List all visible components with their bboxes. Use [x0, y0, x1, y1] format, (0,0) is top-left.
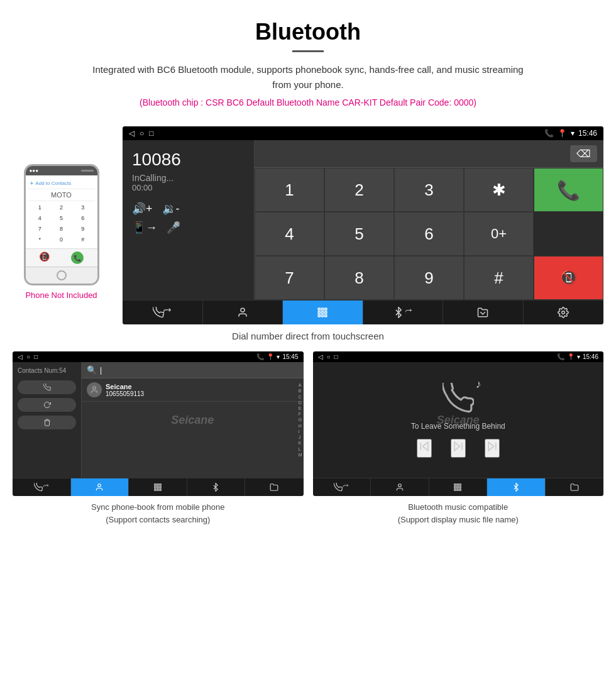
nav-btn-bluetooth[interactable] — [363, 301, 444, 324]
car-ctrl-row-2: 📱→ 🎤 — [132, 221, 245, 234]
music-note-icon: ♪ — [476, 378, 481, 391]
nav-btn-phone[interactable] — [123, 301, 203, 324]
music-next-button[interactable] — [485, 439, 500, 458]
contacts-nav-keypad[interactable] — [129, 478, 187, 496]
car-incalling-label: InCalling... — [132, 173, 245, 183]
contacts-call-button[interactable] — [18, 380, 76, 394]
keypad-key-0plus[interactable]: 0+ — [464, 212, 534, 256]
car-left-panel: 10086 InCalling... 00:00 🔊+ 🔉- 📱→ 🎤 — [123, 140, 255, 300]
alpha-l[interactable]: L — [299, 447, 302, 451]
contacts-right-panel: Seicane 🔍 | Seicane 10655059113 — [82, 362, 304, 478]
music-nav-phone[interactable] — [313, 478, 371, 496]
music-play-button[interactable] — [451, 439, 466, 458]
alpha-b[interactable]: B — [299, 389, 302, 393]
contacts-nav-folder[interactable] — [245, 478, 304, 496]
contacts-refresh-button[interactable] — [18, 398, 76, 412]
contacts-nav-phone[interactable] — [13, 478, 71, 496]
svg-rect-9 — [325, 315, 327, 317]
phone-screen: Add to Contacts MOTO 1 2 3 4 5 6 7 8 9 *… — [26, 175, 97, 248]
contacts-nav-bt[interactable] — [187, 478, 246, 496]
music-nav-keypad[interactable] — [429, 478, 488, 496]
keypad-key-3[interactable]: 3 — [394, 168, 464, 212]
music-nav-contacts[interactable] — [371, 478, 429, 496]
phone-key-hash[interactable]: # — [72, 234, 93, 245]
svg-rect-34 — [459, 487, 461, 488]
contacts-delete-button[interactable] — [18, 416, 76, 429]
keypad-key-5[interactable]: 5 — [324, 212, 394, 256]
car-keypad: 1 2 3 ✱ 📞 4 5 6 0+ 📵 7 8 9 # — [255, 168, 603, 300]
alpha-j[interactable]: J — [299, 435, 302, 439]
alpha-a[interactable]: A — [299, 383, 302, 387]
recents-icon: □ — [149, 129, 153, 138]
contacts-caption-line1: Sync phone-book from mobile phone — [91, 502, 224, 512]
alpha-g[interactable]: G — [299, 417, 302, 422]
alpha-i[interactable]: I — [299, 429, 302, 434]
contacts-home-icon: ○ — [26, 353, 30, 360]
page-title: Bluetooth — [13, 19, 603, 45]
phone-not-included-label: Phone Not Included — [25, 290, 97, 300]
phone-key-2[interactable]: 2 — [51, 202, 72, 212]
mic-icon[interactable]: 🎤 — [167, 221, 180, 234]
keypad-key-hash[interactable]: # — [464, 256, 534, 300]
music-nav-folder[interactable] — [546, 478, 604, 496]
keypad-key-6[interactable]: 6 — [394, 212, 464, 256]
phone-key-0[interactable]: 0 — [51, 234, 72, 245]
vol-down-icon[interactable]: 🔉- — [162, 202, 180, 216]
keypad-call-button[interactable]: 📞 — [534, 168, 603, 212]
phone-key-6[interactable]: 6 — [72, 213, 93, 223]
phone-key-4[interactable]: 4 — [30, 213, 50, 223]
svg-rect-5 — [322, 312, 324, 314]
phone-key-1[interactable]: 1 — [30, 202, 50, 212]
phone-end-icon[interactable]: 📵 — [39, 251, 50, 264]
transfer-icon[interactable]: 📱→ — [132, 221, 157, 234]
svg-point-28 — [398, 484, 401, 487]
svg-rect-19 — [155, 489, 156, 490]
music-body: Seicane ♪ To Leave Something Behind — [313, 362, 604, 478]
alpha-c[interactable]: C — [299, 395, 302, 399]
phone-key-7[interactable]: 7 — [30, 224, 50, 234]
search-input[interactable]: | — [100, 366, 299, 375]
music-phone-icon — [443, 383, 474, 414]
nav-btn-folder[interactable] — [443, 301, 524, 324]
phone-key-5[interactable]: 5 — [51, 213, 72, 223]
nav-btn-contacts[interactable] — [203, 301, 283, 324]
keypad-endcall-button[interactable]: 📵 — [534, 256, 603, 300]
phone-home-button[interactable] — [26, 267, 97, 284]
phone-key-3[interactable]: 3 — [72, 202, 93, 212]
contacts-nav-contacts[interactable] — [71, 478, 129, 496]
vol-up-icon[interactable]: 🔊+ — [132, 202, 153, 216]
alpha-h[interactable]: H — [299, 424, 302, 428]
keypad-key-7[interactable]: 7 — [255, 256, 324, 300]
keypad-key-8[interactable]: 8 — [324, 256, 394, 300]
svg-rect-2 — [322, 308, 324, 310]
contacts-status-left: ◁ ○ □ — [18, 353, 38, 360]
keypad-key-9[interactable]: 9 — [394, 256, 464, 300]
music-nav-bt[interactable] — [487, 478, 546, 496]
nav-btn-settings[interactable] — [524, 301, 604, 324]
title-divider — [292, 50, 324, 52]
contact-list-item[interactable]: Seicane 10655059113 — [82, 378, 304, 402]
delete-button[interactable]: ⌫ — [570, 145, 597, 162]
svg-rect-15 — [160, 484, 161, 485]
nav-btn-keypad[interactable] — [283, 301, 363, 324]
keypad-key-2[interactable]: 2 — [324, 168, 394, 212]
keypad-key-4[interactable]: 4 — [255, 212, 324, 256]
phone-key-star[interactable]: * — [30, 234, 50, 245]
contacts-status-right: 📞 📍 ▾ 15:45 — [256, 353, 298, 360]
alpha-e[interactable]: E — [299, 406, 302, 411]
music-prev-button[interactable] — [417, 439, 432, 458]
alpha-m[interactable]: M — [299, 453, 302, 457]
phone-key-9[interactable]: 9 — [72, 224, 93, 234]
alpha-d[interactable]: D — [299, 400, 302, 405]
svg-rect-16 — [155, 487, 156, 488]
car-content: 10086 InCalling... 00:00 🔊+ 🔉- 📱→ 🎤 — [123, 140, 603, 300]
svg-rect-36 — [457, 489, 458, 490]
contacts-watermark: Seicane — [171, 414, 214, 427]
music-wifi-icon: ▾ — [577, 353, 580, 360]
alpha-f[interactable]: F — [299, 412, 302, 416]
phone-call-icon[interactable]: 📞 — [71, 251, 84, 264]
keypad-key-star[interactable]: ✱ — [464, 168, 534, 212]
phone-key-8[interactable]: 8 — [51, 224, 72, 234]
keypad-key-1[interactable]: 1 — [255, 168, 324, 212]
alpha-k[interactable]: K — [299, 441, 302, 445]
